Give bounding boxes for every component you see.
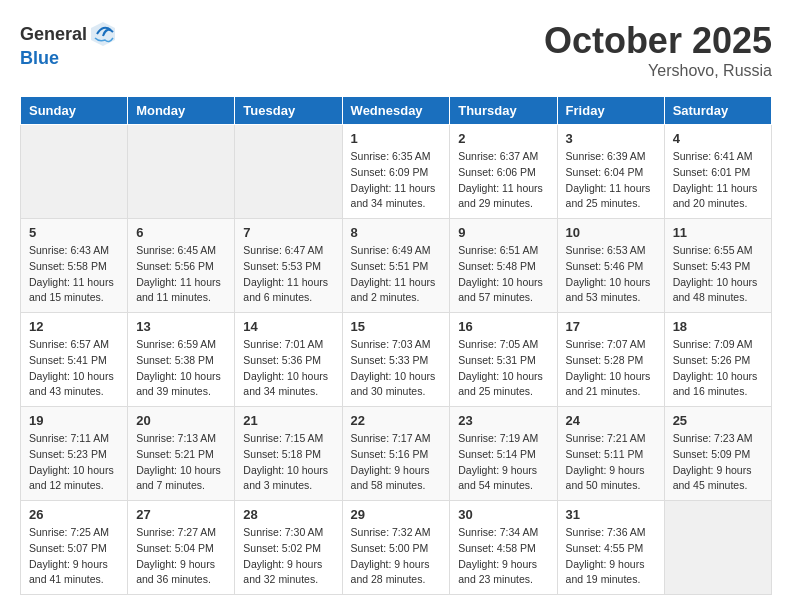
day-number: 17: [566, 319, 656, 334]
weekday-header-friday: Friday: [557, 97, 664, 125]
calendar-cell: 5Sunrise: 6:43 AM Sunset: 5:58 PM Daylig…: [21, 219, 128, 313]
day-info: Sunrise: 7:32 AM Sunset: 5:00 PM Dayligh…: [351, 525, 442, 588]
day-info: Sunrise: 7:13 AM Sunset: 5:21 PM Dayligh…: [136, 431, 226, 494]
calendar-cell: 28Sunrise: 7:30 AM Sunset: 5:02 PM Dayli…: [235, 501, 342, 595]
calendar-cell: 27Sunrise: 7:27 AM Sunset: 5:04 PM Dayli…: [128, 501, 235, 595]
calendar-cell: 8Sunrise: 6:49 AM Sunset: 5:51 PM Daylig…: [342, 219, 450, 313]
day-number: 27: [136, 507, 226, 522]
calendar-cell: 26Sunrise: 7:25 AM Sunset: 5:07 PM Dayli…: [21, 501, 128, 595]
day-info: Sunrise: 6:59 AM Sunset: 5:38 PM Dayligh…: [136, 337, 226, 400]
logo: General Blue: [20, 20, 117, 69]
calendar-header: SundayMondayTuesdayWednesdayThursdayFrid…: [21, 97, 772, 125]
weekday-header-wednesday: Wednesday: [342, 97, 450, 125]
day-info: Sunrise: 6:41 AM Sunset: 6:01 PM Dayligh…: [673, 149, 763, 212]
weekday-header-tuesday: Tuesday: [235, 97, 342, 125]
day-number: 19: [29, 413, 119, 428]
day-number: 28: [243, 507, 333, 522]
weekday-header-sunday: Sunday: [21, 97, 128, 125]
day-number: 5: [29, 225, 119, 240]
calendar-cell: 2Sunrise: 6:37 AM Sunset: 6:06 PM Daylig…: [450, 125, 557, 219]
calendar-cell: 11Sunrise: 6:55 AM Sunset: 5:43 PM Dayli…: [664, 219, 771, 313]
calendar-cell: 22Sunrise: 7:17 AM Sunset: 5:16 PM Dayli…: [342, 407, 450, 501]
day-number: 21: [243, 413, 333, 428]
day-number: 23: [458, 413, 548, 428]
day-info: Sunrise: 6:45 AM Sunset: 5:56 PM Dayligh…: [136, 243, 226, 306]
day-number: 24: [566, 413, 656, 428]
day-number: 25: [673, 413, 763, 428]
calendar-cell: 21Sunrise: 7:15 AM Sunset: 5:18 PM Dayli…: [235, 407, 342, 501]
calendar-week-row: 26Sunrise: 7:25 AM Sunset: 5:07 PM Dayli…: [21, 501, 772, 595]
calendar-cell: 29Sunrise: 7:32 AM Sunset: 5:00 PM Dayli…: [342, 501, 450, 595]
calendar-cell: [21, 125, 128, 219]
day-number: 20: [136, 413, 226, 428]
calendar-cell: [664, 501, 771, 595]
calendar: SundayMondayTuesdayWednesdayThursdayFrid…: [20, 96, 772, 595]
day-info: Sunrise: 6:51 AM Sunset: 5:48 PM Dayligh…: [458, 243, 548, 306]
day-number: 30: [458, 507, 548, 522]
day-info: Sunrise: 7:15 AM Sunset: 5:18 PM Dayligh…: [243, 431, 333, 494]
day-number: 26: [29, 507, 119, 522]
day-number: 7: [243, 225, 333, 240]
logo-icon: [89, 20, 117, 48]
calendar-cell: 23Sunrise: 7:19 AM Sunset: 5:14 PM Dayli…: [450, 407, 557, 501]
day-number: 10: [566, 225, 656, 240]
day-info: Sunrise: 6:43 AM Sunset: 5:58 PM Dayligh…: [29, 243, 119, 306]
day-info: Sunrise: 7:27 AM Sunset: 5:04 PM Dayligh…: [136, 525, 226, 588]
day-info: Sunrise: 6:53 AM Sunset: 5:46 PM Dayligh…: [566, 243, 656, 306]
day-info: Sunrise: 7:23 AM Sunset: 5:09 PM Dayligh…: [673, 431, 763, 494]
weekday-header-monday: Monday: [128, 97, 235, 125]
calendar-cell: 31Sunrise: 7:36 AM Sunset: 4:55 PM Dayli…: [557, 501, 664, 595]
calendar-cell: 18Sunrise: 7:09 AM Sunset: 5:26 PM Dayli…: [664, 313, 771, 407]
day-info: Sunrise: 6:35 AM Sunset: 6:09 PM Dayligh…: [351, 149, 442, 212]
day-info: Sunrise: 7:17 AM Sunset: 5:16 PM Dayligh…: [351, 431, 442, 494]
day-number: 14: [243, 319, 333, 334]
day-number: 6: [136, 225, 226, 240]
day-info: Sunrise: 7:36 AM Sunset: 4:55 PM Dayligh…: [566, 525, 656, 588]
day-number: 2: [458, 131, 548, 146]
calendar-cell: 19Sunrise: 7:11 AM Sunset: 5:23 PM Dayli…: [21, 407, 128, 501]
day-number: 3: [566, 131, 656, 146]
day-number: 15: [351, 319, 442, 334]
calendar-cell: [128, 125, 235, 219]
day-info: Sunrise: 7:05 AM Sunset: 5:31 PM Dayligh…: [458, 337, 548, 400]
calendar-cell: 15Sunrise: 7:03 AM Sunset: 5:33 PM Dayli…: [342, 313, 450, 407]
calendar-cell: 30Sunrise: 7:34 AM Sunset: 4:58 PM Dayli…: [450, 501, 557, 595]
day-info: Sunrise: 6:39 AM Sunset: 6:04 PM Dayligh…: [566, 149, 656, 212]
calendar-week-row: 19Sunrise: 7:11 AM Sunset: 5:23 PM Dayli…: [21, 407, 772, 501]
day-info: Sunrise: 6:57 AM Sunset: 5:41 PM Dayligh…: [29, 337, 119, 400]
day-number: 22: [351, 413, 442, 428]
calendar-cell: [235, 125, 342, 219]
day-info: Sunrise: 6:55 AM Sunset: 5:43 PM Dayligh…: [673, 243, 763, 306]
calendar-cell: 12Sunrise: 6:57 AM Sunset: 5:41 PM Dayli…: [21, 313, 128, 407]
day-info: Sunrise: 7:07 AM Sunset: 5:28 PM Dayligh…: [566, 337, 656, 400]
calendar-week-row: 1Sunrise: 6:35 AM Sunset: 6:09 PM Daylig…: [21, 125, 772, 219]
day-info: Sunrise: 7:30 AM Sunset: 5:02 PM Dayligh…: [243, 525, 333, 588]
day-info: Sunrise: 6:47 AM Sunset: 5:53 PM Dayligh…: [243, 243, 333, 306]
day-number: 4: [673, 131, 763, 146]
day-number: 18: [673, 319, 763, 334]
day-number: 12: [29, 319, 119, 334]
title-block: October 2025 Yershovo, Russia: [544, 20, 772, 80]
calendar-cell: 14Sunrise: 7:01 AM Sunset: 5:36 PM Dayli…: [235, 313, 342, 407]
calendar-body: 1Sunrise: 6:35 AM Sunset: 6:09 PM Daylig…: [21, 125, 772, 595]
calendar-cell: 13Sunrise: 6:59 AM Sunset: 5:38 PM Dayli…: [128, 313, 235, 407]
month-title: October 2025: [544, 20, 772, 62]
weekday-header-thursday: Thursday: [450, 97, 557, 125]
location-title: Yershovo, Russia: [544, 62, 772, 80]
logo-blue: Blue: [20, 48, 59, 68]
calendar-cell: 24Sunrise: 7:21 AM Sunset: 5:11 PM Dayli…: [557, 407, 664, 501]
day-number: 31: [566, 507, 656, 522]
calendar-cell: 25Sunrise: 7:23 AM Sunset: 5:09 PM Dayli…: [664, 407, 771, 501]
day-info: Sunrise: 7:34 AM Sunset: 4:58 PM Dayligh…: [458, 525, 548, 588]
day-number: 11: [673, 225, 763, 240]
day-info: Sunrise: 7:25 AM Sunset: 5:07 PM Dayligh…: [29, 525, 119, 588]
day-info: Sunrise: 6:37 AM Sunset: 6:06 PM Dayligh…: [458, 149, 548, 212]
calendar-week-row: 5Sunrise: 6:43 AM Sunset: 5:58 PM Daylig…: [21, 219, 772, 313]
weekday-header-saturday: Saturday: [664, 97, 771, 125]
day-number: 1: [351, 131, 442, 146]
day-number: 16: [458, 319, 548, 334]
calendar-cell: 7Sunrise: 6:47 AM Sunset: 5:53 PM Daylig…: [235, 219, 342, 313]
day-info: Sunrise: 7:09 AM Sunset: 5:26 PM Dayligh…: [673, 337, 763, 400]
logo-general: General: [20, 24, 87, 45]
calendar-cell: 1Sunrise: 6:35 AM Sunset: 6:09 PM Daylig…: [342, 125, 450, 219]
